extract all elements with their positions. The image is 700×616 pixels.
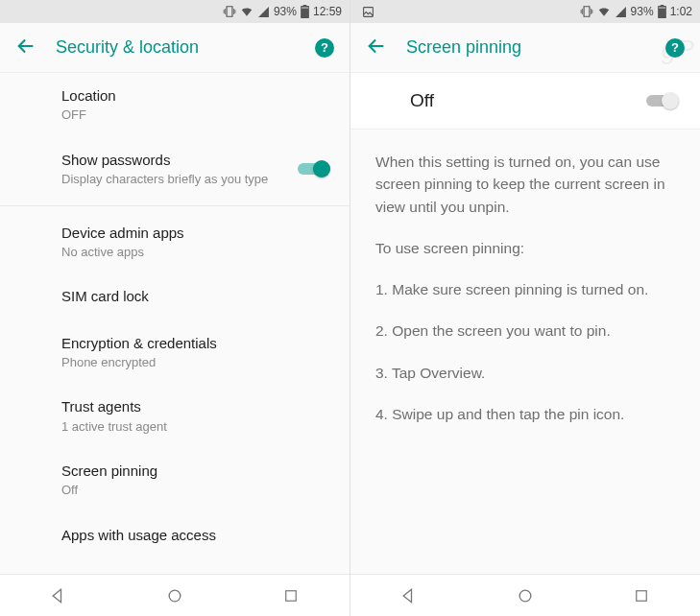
row-subtitle: Off [61, 482, 330, 499]
nav-back-icon[interactable] [380, 586, 438, 605]
row-title: Trust agents [61, 397, 330, 416]
desc-heading: To use screen pinning: [375, 237, 675, 259]
nav-home-icon[interactable] [496, 586, 554, 605]
nav-bar [350, 574, 700, 616]
svg-point-3 [169, 590, 181, 602]
nav-home-icon[interactable] [146, 586, 204, 605]
row-subtitle: Display characters briefly as you type [61, 171, 286, 188]
toggle-switch-off[interactable] [646, 91, 679, 110]
toggle-switch-on[interactable] [298, 159, 330, 178]
clock: 1:02 [670, 5, 692, 18]
row-encryption[interactable]: Encryption & credentials Phone encrypted [0, 320, 350, 385]
status-bar: 93% 1:02 [350, 0, 700, 23]
page-title: Security & location [56, 37, 296, 58]
signal-icon [257, 6, 270, 18]
nav-bar [0, 574, 350, 616]
row-title: SIM card lock [61, 287, 330, 306]
nav-recent-icon[interactable] [262, 587, 320, 604]
row-subtitle: OFF [61, 107, 330, 124]
svg-rect-7 [660, 5, 664, 7]
image-notif-icon [362, 6, 374, 18]
wifi-icon [597, 5, 611, 18]
svg-rect-8 [659, 8, 665, 9]
row-title: Show passwords [61, 151, 286, 170]
clock: 12:59 [313, 5, 342, 18]
help-icon[interactable]: ? [315, 38, 334, 58]
back-icon[interactable] [15, 36, 36, 60]
app-bar: Screen pinning ? [350, 23, 700, 73]
desc-step-1: 1. Make sure screen pinning is turned on… [375, 278, 675, 300]
nav-back-icon[interactable] [30, 586, 87, 605]
row-title: Encryption & credentials [61, 334, 330, 353]
wifi-icon [240, 5, 253, 18]
help-icon[interactable]: ? [665, 38, 685, 58]
app-bar: Security & location ? [0, 23, 350, 73]
description-block: When this setting is turned on, you can … [350, 130, 700, 446]
divider [0, 205, 350, 206]
desc-intro: When this setting is turned on, you can … [375, 151, 675, 218]
row-trust-agents[interactable]: Trust agents 1 active trust agent [0, 384, 350, 448]
master-toggle-row[interactable]: Off [350, 73, 700, 130]
desc-step-2: 2. Open the screen you want to pin. [375, 320, 675, 342]
row-subtitle: 1 active trust agent [61, 418, 330, 436]
row-title: Device admin apps [61, 224, 330, 243]
row-sim-lock[interactable]: SIM card lock [0, 273, 350, 320]
vibrate-icon [223, 5, 236, 18]
svg-rect-5 [364, 7, 374, 16]
master-toggle-label: Off [372, 90, 646, 111]
row-subtitle: No active apps [61, 244, 330, 261]
row-usage-access[interactable]: Apps with usage access [0, 512, 350, 551]
svg-rect-2 [302, 8, 308, 9]
desc-step-4: 4. Swipe up and then tap the pin icon. [375, 403, 675, 425]
row-subtitle: Phone encrypted [61, 354, 330, 371]
row-title: Apps with usage access [61, 526, 330, 545]
row-title: Location [61, 86, 330, 106]
row-show-passwords[interactable]: Show passwords Display characters briefl… [0, 137, 350, 201]
signal-icon [615, 6, 627, 18]
battery-percent: 93% [274, 5, 297, 18]
row-location[interactable]: Location OFF [0, 73, 350, 137]
status-bar: 93% 12:59 [0, 0, 350, 23]
desc-step-3: 3. Tap Overview. [375, 362, 675, 384]
phone-left: 93% 12:59 Security & location ? Location… [0, 0, 350, 616]
svg-rect-4 [286, 590, 297, 601]
page-title: Screen pinning [406, 37, 646, 58]
phone-right: 93% 1:02 Screen pinning ? gP Off When th… [350, 0, 700, 616]
back-icon[interactable] [366, 36, 387, 60]
nav-recent-icon[interactable] [613, 587, 670, 604]
battery-icon [301, 5, 309, 18]
battery-percent: 93% [631, 5, 654, 18]
battery-icon [658, 5, 666, 18]
vibrate-icon [580, 5, 593, 18]
row-screen-pinning[interactable]: Screen pinning Off [0, 448, 350, 512]
row-device-admin[interactable]: Device admin apps No active apps [0, 210, 350, 274]
row-title: Screen pinning [61, 462, 330, 481]
svg-rect-1 [303, 5, 307, 7]
svg-point-9 [519, 590, 531, 602]
svg-rect-10 [637, 590, 647, 601]
settings-list: Location OFF Show passwords Display char… [0, 73, 350, 574]
